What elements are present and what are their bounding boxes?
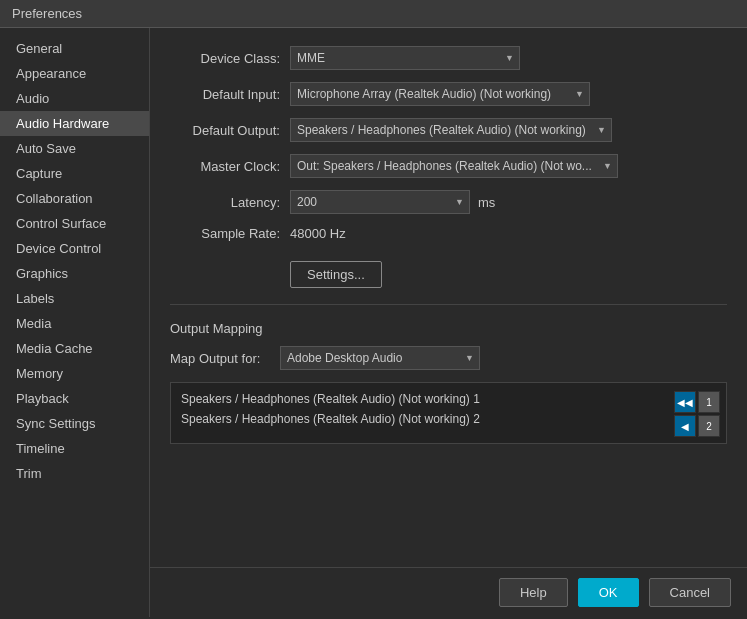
sidebar-item-control-surface[interactable]: Control Surface bbox=[0, 211, 149, 236]
sidebar-item-device-control[interactable]: Device Control bbox=[0, 236, 149, 261]
default-output-label: Default Output: bbox=[170, 123, 290, 138]
latency-label: Latency: bbox=[170, 195, 290, 210]
main-content: Device Class: MME Default Input: Microph… bbox=[150, 28, 747, 617]
cancel-button[interactable]: Cancel bbox=[649, 578, 731, 607]
default-input-label: Default Input: bbox=[170, 87, 290, 102]
sidebar-item-collaboration[interactable]: Collaboration bbox=[0, 186, 149, 211]
default-output-select[interactable]: Speakers / Headphones (Realtek Audio) (N… bbox=[290, 118, 612, 142]
latency-select[interactable]: 200 bbox=[290, 190, 470, 214]
sidebar-item-labels[interactable]: Labels bbox=[0, 286, 149, 311]
map-output-select[interactable]: Adobe Desktop Audio bbox=[280, 346, 480, 370]
sidebar: GeneralAppearanceAudioAudio HardwareAuto… bbox=[0, 28, 150, 617]
output-list-item: Speakers / Headphones (Realtek Audio) (N… bbox=[177, 389, 666, 409]
device-class-label: Device Class: bbox=[170, 51, 290, 66]
sample-rate-value: 48000 Hz bbox=[290, 226, 346, 241]
title-bar: Preferences bbox=[0, 0, 747, 28]
sidebar-item-capture[interactable]: Capture bbox=[0, 161, 149, 186]
sidebar-item-media-cache[interactable]: Media Cache bbox=[0, 336, 149, 361]
master-clock-select[interactable]: Out: Speakers / Headphones (Realtek Audi… bbox=[290, 154, 618, 178]
latency-unit: ms bbox=[478, 195, 495, 210]
sidebar-item-timeline[interactable]: Timeline bbox=[0, 436, 149, 461]
sidebar-item-trim[interactable]: Trim bbox=[0, 461, 149, 486]
channel-cell-2[interactable]: ◀ bbox=[674, 415, 696, 437]
ok-button[interactable]: OK bbox=[578, 578, 639, 607]
output-list: Speakers / Headphones (Realtek Audio) (N… bbox=[170, 382, 727, 444]
map-output-label: Map Output for: bbox=[170, 351, 280, 366]
output-list-item: Speakers / Headphones (Realtek Audio) (N… bbox=[177, 409, 666, 429]
default-input-select[interactable]: Microphone Array (Realtek Audio) (Not wo… bbox=[290, 82, 590, 106]
channel-cell-3[interactable]: 2 bbox=[698, 415, 720, 437]
sidebar-item-sync-settings[interactable]: Sync Settings bbox=[0, 411, 149, 436]
sidebar-item-memory[interactable]: Memory bbox=[0, 361, 149, 386]
help-button[interactable]: Help bbox=[499, 578, 568, 607]
device-class-select[interactable]: MME bbox=[290, 46, 520, 70]
settings-button[interactable]: Settings... bbox=[290, 261, 382, 288]
master-clock-label: Master Clock: bbox=[170, 159, 290, 174]
channel-cell-0[interactable]: ◀◀ bbox=[674, 391, 696, 413]
sidebar-item-playback[interactable]: Playback bbox=[0, 386, 149, 411]
title-label: Preferences bbox=[12, 6, 82, 21]
footer: Help OK Cancel bbox=[150, 567, 747, 617]
output-mapping-title: Output Mapping bbox=[170, 321, 727, 336]
sidebar-item-graphics[interactable]: Graphics bbox=[0, 261, 149, 286]
sidebar-item-appearance[interactable]: Appearance bbox=[0, 61, 149, 86]
sidebar-item-auto-save[interactable]: Auto Save bbox=[0, 136, 149, 161]
sidebar-item-audio-hardware[interactable]: Audio Hardware bbox=[0, 111, 149, 136]
sample-rate-label: Sample Rate: bbox=[170, 226, 290, 241]
sidebar-item-general[interactable]: General bbox=[0, 36, 149, 61]
sidebar-item-media[interactable]: Media bbox=[0, 311, 149, 336]
sidebar-item-audio[interactable]: Audio bbox=[0, 86, 149, 111]
channel-cell-1[interactable]: 1 bbox=[698, 391, 720, 413]
